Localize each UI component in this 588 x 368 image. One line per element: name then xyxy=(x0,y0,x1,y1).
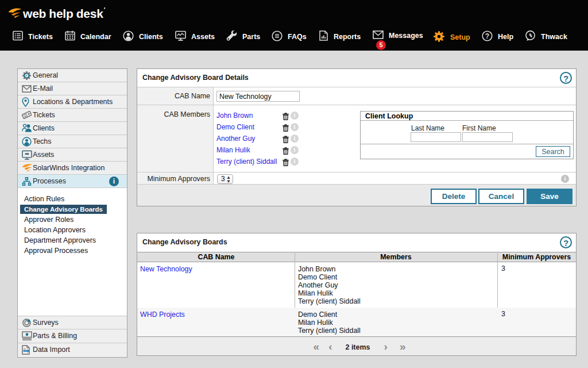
svg-text:?: ? xyxy=(485,32,489,40)
